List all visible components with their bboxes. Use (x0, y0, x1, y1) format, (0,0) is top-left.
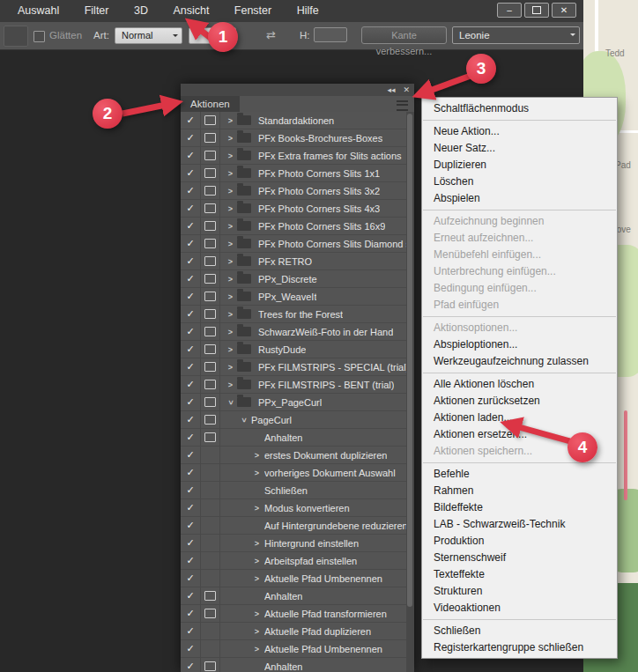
action-row[interactable]: ✓ > vorheriges Dokument Auswahl (181, 464, 414, 482)
menu-item[interactable]: Werkzeugaufzeichnung zulassen (422, 353, 617, 370)
dialog-toggle-icon[interactable] (204, 221, 216, 231)
menubar-item[interactable]: Auswahl (7, 0, 70, 22)
action-row[interactable]: ✓ > Anhalten (181, 658, 414, 672)
check-toggle-icon[interactable]: ✓ (181, 379, 200, 390)
action-row[interactable]: ✓ > Aktuelle Pfad duplizieren (181, 623, 414, 640)
menu-item[interactable]: Strukturen (422, 583, 617, 600)
dialog-toggle-cell[interactable] (200, 115, 219, 125)
menu-item[interactable]: Registerkartengruppe schließen (422, 639, 617, 656)
dialog-toggle-cell[interactable] (200, 415, 219, 425)
dialog-toggle-cell[interactable] (200, 292, 219, 301)
menubar-item[interactable]: Fenster (224, 0, 282, 22)
expand-chevron-icon[interactable]: > (225, 222, 236, 231)
expand-chevron-icon[interactable]: > (225, 134, 236, 143)
menu-item[interactable]: Bildeffekte (422, 499, 617, 516)
dialog-toggle-icon[interactable] (204, 362, 216, 372)
expand-chevron-icon[interactable]: > (225, 187, 236, 196)
action-row[interactable]: ✓ > Anhalten (181, 587, 414, 605)
close-panel-icon[interactable]: ✕ (403, 84, 410, 96)
dialog-toggle-icon[interactable] (204, 609, 216, 618)
dialog-toggle-cell[interactable] (200, 309, 219, 319)
dialog-toggle-icon[interactable] (204, 344, 216, 354)
expand-chevron-icon[interactable]: > (251, 574, 263, 583)
check-toggle-icon[interactable]: ✓ (181, 625, 200, 637)
check-toggle-icon[interactable]: ✓ (181, 220, 200, 232)
dialog-toggle-cell[interactable] (200, 274, 219, 284)
menubar-item[interactable]: 3D (123, 0, 159, 22)
dialog-toggle-cell[interactable] (200, 186, 219, 196)
action-row[interactable]: ✓ > Aktuelle Pfad transformieren (181, 605, 414, 623)
dialog-toggle-icon[interactable] (204, 397, 216, 407)
menu-item[interactable]: Aktionen laden... (422, 410, 617, 426)
check-toggle-icon[interactable]: ✓ (181, 484, 200, 496)
smooth-checkbox[interactable] (33, 31, 45, 42)
dialog-toggle-icon[interactable] (204, 380, 216, 389)
check-toggle-icon[interactable]: ✓ (181, 343, 200, 355)
check-toggle-icon[interactable]: ✓ (181, 273, 200, 284)
expand-chevron-icon[interactable]: > (240, 414, 249, 425)
maximize-button[interactable] (524, 3, 549, 18)
action-row[interactable]: ✓ > PFx Photo Corners Slits 3x2 (181, 182, 414, 200)
check-toggle-icon[interactable]: ✓ (181, 185, 200, 196)
menu-item[interactable]: Produktion (422, 533, 617, 550)
expand-chevron-icon[interactable]: > (225, 292, 236, 301)
action-row[interactable]: ✓ > Arbeitspfad einstellen (181, 552, 414, 570)
action-row[interactable]: ✓ > PFx Photo Corners Slits Diamond s... (181, 235, 414, 253)
action-row[interactable]: ✓ > Anhalten (181, 429, 414, 447)
expand-chevron-icon[interactable]: > (225, 328, 236, 336)
expand-chevron-icon[interactable]: > (225, 310, 236, 319)
check-toggle-icon[interactable]: ✓ (181, 238, 200, 249)
action-row[interactable]: ✓ > PFx FILMSTRIPS - SPECIAL (trial) (181, 358, 414, 376)
check-toggle-icon[interactable]: ✓ (181, 167, 200, 179)
menubar-item[interactable]: Hilfe (286, 0, 330, 22)
dialog-toggle-icon[interactable] (204, 309, 216, 319)
action-row[interactable]: ✓ > Aktuelle Pfad Umbenennen (181, 640, 414, 658)
dialog-toggle-icon[interactable] (204, 115, 216, 125)
dialog-toggle-icon[interactable] (204, 661, 216, 671)
dialog-toggle-icon[interactable] (204, 415, 216, 425)
check-toggle-icon[interactable]: ✓ (181, 132, 200, 144)
dialog-toggle-cell[interactable] (200, 327, 219, 336)
dialog-toggle-icon[interactable] (204, 432, 216, 442)
collapse-panel-icon[interactable]: ◂◂ (387, 84, 395, 96)
dialog-toggle-cell[interactable] (200, 661, 219, 671)
scrollbar[interactable] (406, 112, 414, 672)
expand-chevron-icon[interactable]: > (225, 275, 236, 284)
action-row[interactable]: ✓ > PFx Photo Corners Slits 4x3 (181, 200, 414, 218)
dialog-toggle-icon[interactable] (204, 168, 216, 178)
dialog-toggle-cell[interactable] (200, 239, 219, 248)
menubar-item[interactable]: Ansicht (162, 0, 219, 22)
menu-item[interactable]: Schaltflächenmodus (422, 100, 617, 117)
expand-chevron-icon[interactable]: > (225, 116, 236, 125)
check-toggle-icon[interactable]: ✓ (181, 414, 200, 425)
dialog-toggle-cell[interactable] (200, 344, 219, 354)
menu-item[interactable]: Sternenschweif (422, 550, 617, 566)
tool-preset-icon[interactable] (4, 26, 28, 47)
check-toggle-icon[interactable]: ✓ (181, 326, 200, 337)
dialog-toggle-cell[interactable] (200, 133, 219, 143)
menu-item[interactable]: Schließen (422, 623, 617, 639)
check-toggle-icon[interactable]: ✓ (181, 502, 200, 513)
swap-dimensions-icon[interactable]: ⇄ (266, 28, 276, 41)
dialog-toggle-icon[interactable] (204, 151, 216, 160)
check-toggle-icon[interactable]: ✓ (181, 643, 200, 654)
expand-chevron-icon[interactable]: > (251, 539, 263, 548)
expand-chevron-icon[interactable]: > (225, 363, 236, 372)
check-toggle-icon[interactable]: ✓ (181, 590, 200, 602)
dialog-toggle-cell[interactable] (200, 397, 219, 407)
check-toggle-icon[interactable]: ✓ (181, 308, 200, 320)
check-toggle-icon[interactable]: ✓ (181, 150, 200, 161)
check-toggle-icon[interactable]: ✓ (181, 255, 200, 267)
dialog-toggle-cell[interactable] (200, 591, 219, 601)
expand-chevron-icon[interactable]: > (225, 204, 236, 213)
panel-menu-icon[interactable] (397, 100, 408, 111)
dialog-toggle-cell[interactable] (200, 256, 219, 266)
menu-item[interactable]: Duplizieren (422, 157, 617, 174)
tab-aktionen[interactable]: Aktionen (181, 96, 240, 112)
menu-item[interactable]: Alle Aktionen löschen (422, 376, 617, 393)
dialog-toggle-icon[interactable] (204, 203, 216, 213)
expand-chevron-icon[interactable]: > (251, 504, 263, 513)
menu-item[interactable]: LAB - Schwarzweiß-Technik (422, 516, 617, 533)
action-row[interactable]: ✓ > PFx Extra frames for Slits actions (181, 147, 414, 165)
dialog-toggle-icon[interactable] (204, 186, 216, 196)
